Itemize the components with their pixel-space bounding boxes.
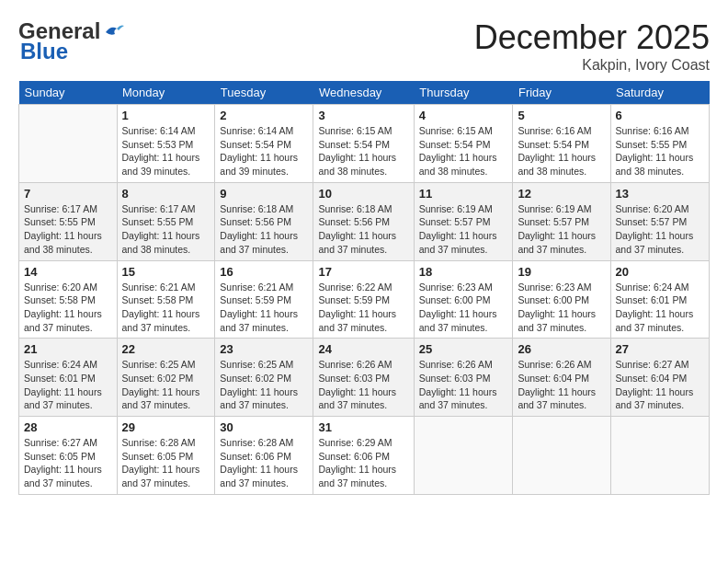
day-number: 19 (518, 265, 605, 279)
logo: General Blue (18, 18, 124, 64)
cell-info: Sunrise: 6:15 AMSunset: 5:54 PMDaylight:… (419, 124, 508, 178)
calendar-cell: 21Sunrise: 6:24 AMSunset: 6:01 PMDayligh… (19, 339, 118, 417)
cell-info: Sunrise: 6:21 AMSunset: 5:59 PMDaylight:… (220, 281, 308, 335)
day-number: 31 (318, 420, 408, 434)
cell-info: Sunrise: 6:17 AMSunset: 5:55 PMDaylight:… (122, 202, 210, 257)
calendar-cell: 10Sunrise: 6:18 AMSunset: 5:56 PMDayligh… (313, 182, 414, 260)
day-number: 23 (220, 342, 308, 356)
calendar-week-row: 1Sunrise: 6:14 AMSunset: 5:53 PMDaylight… (19, 105, 710, 183)
calendar-cell: 14Sunrise: 6:20 AMSunset: 5:58 PMDayligh… (19, 260, 118, 339)
day-number: 27 (616, 342, 705, 356)
day-number: 5 (518, 109, 605, 122)
logo-bird-icon (104, 23, 124, 40)
day-number: 24 (318, 342, 408, 356)
calendar-cell: 2Sunrise: 6:14 AMSunset: 5:54 PMDaylight… (215, 105, 313, 183)
calendar-cell: 27Sunrise: 6:27 AMSunset: 6:04 PMDayligh… (610, 339, 710, 417)
calendar-cell (414, 417, 513, 495)
cell-info: Sunrise: 6:27 AMSunset: 6:04 PMDaylight:… (616, 358, 705, 412)
cell-info: Sunrise: 6:24 AMSunset: 6:01 PMDaylight:… (24, 358, 112, 412)
cell-info: Sunrise: 6:24 AMSunset: 6:01 PMDaylight:… (616, 281, 705, 335)
calendar-header-sunday: Sunday (19, 81, 118, 105)
cell-info: Sunrise: 6:28 AMSunset: 6:05 PMDaylight:… (122, 436, 210, 490)
calendar-cell: 26Sunrise: 6:26 AMSunset: 6:04 PMDayligh… (513, 339, 610, 417)
day-number: 6 (616, 109, 705, 122)
calendar-cell: 17Sunrise: 6:22 AMSunset: 5:59 PMDayligh… (313, 260, 414, 339)
day-number: 10 (318, 187, 408, 201)
day-number: 7 (24, 187, 112, 201)
day-number: 12 (518, 187, 605, 201)
day-number: 18 (419, 265, 508, 279)
calendar-cell: 29Sunrise: 6:28 AMSunset: 6:05 PMDayligh… (117, 417, 215, 495)
cell-info: Sunrise: 6:26 AMSunset: 6:03 PMDaylight:… (318, 358, 408, 412)
cell-info: Sunrise: 6:23 AMSunset: 6:00 PMDaylight:… (419, 281, 508, 335)
cell-info: Sunrise: 6:18 AMSunset: 5:56 PMDaylight:… (220, 202, 308, 257)
calendar-cell: 22Sunrise: 6:25 AMSunset: 6:02 PMDayligh… (117, 339, 215, 417)
calendar-header-monday: Monday (117, 81, 215, 105)
calendar-week-row: 14Sunrise: 6:20 AMSunset: 5:58 PMDayligh… (19, 260, 710, 339)
calendar-cell: 19Sunrise: 6:23 AMSunset: 6:00 PMDayligh… (513, 260, 610, 339)
cell-info: Sunrise: 6:18 AMSunset: 5:56 PMDaylight:… (318, 202, 408, 257)
cell-info: Sunrise: 6:25 AMSunset: 6:02 PMDaylight:… (122, 358, 210, 412)
calendar-cell: 28Sunrise: 6:27 AMSunset: 6:05 PMDayligh… (19, 417, 118, 495)
cell-info: Sunrise: 6:25 AMSunset: 6:02 PMDaylight:… (220, 358, 308, 412)
calendar-cell: 5Sunrise: 6:16 AMSunset: 5:54 PMDaylight… (513, 105, 610, 183)
calendar-cell: 3Sunrise: 6:15 AMSunset: 5:54 PMDaylight… (313, 105, 414, 183)
cell-info: Sunrise: 6:16 AMSunset: 5:54 PMDaylight:… (518, 124, 605, 178)
day-number: 16 (220, 265, 308, 279)
day-number: 11 (419, 187, 508, 201)
day-number: 29 (122, 420, 210, 434)
cell-info: Sunrise: 6:23 AMSunset: 6:00 PMDaylight:… (518, 281, 605, 335)
calendar-cell: 1Sunrise: 6:14 AMSunset: 5:53 PMDaylight… (117, 105, 215, 183)
calendar-cell: 30Sunrise: 6:28 AMSunset: 6:06 PMDayligh… (215, 417, 313, 495)
calendar-cell (610, 417, 710, 495)
cell-info: Sunrise: 6:21 AMSunset: 5:58 PMDaylight:… (122, 281, 210, 335)
calendar-week-row: 7Sunrise: 6:17 AMSunset: 5:55 PMDaylight… (19, 182, 710, 260)
day-number: 1 (122, 109, 210, 122)
calendar-week-row: 21Sunrise: 6:24 AMSunset: 6:01 PMDayligh… (19, 339, 710, 417)
cell-info: Sunrise: 6:26 AMSunset: 6:04 PMDaylight:… (518, 358, 605, 412)
cell-info: Sunrise: 6:22 AMSunset: 5:59 PMDaylight:… (318, 281, 408, 335)
calendar-cell: 18Sunrise: 6:23 AMSunset: 6:00 PMDayligh… (414, 260, 513, 339)
day-number: 3 (318, 109, 408, 122)
calendar-cell (19, 105, 118, 183)
day-number: 2 (220, 109, 308, 122)
calendar-cell: 16Sunrise: 6:21 AMSunset: 5:59 PMDayligh… (215, 260, 313, 339)
location-subtitle: Kakpin, Ivory Coast (474, 57, 710, 74)
calendar-cell: 8Sunrise: 6:17 AMSunset: 5:55 PMDaylight… (117, 182, 215, 260)
cell-info: Sunrise: 6:17 AMSunset: 5:55 PMDaylight:… (24, 202, 112, 257)
calendar-cell: 11Sunrise: 6:19 AMSunset: 5:57 PMDayligh… (414, 182, 513, 260)
calendar-cell: 31Sunrise: 6:29 AMSunset: 6:06 PMDayligh… (313, 417, 414, 495)
day-number: 13 (616, 187, 705, 201)
logo-blue: Blue (20, 39, 68, 64)
calendar-header-thursday: Thursday (414, 81, 513, 105)
cell-info: Sunrise: 6:29 AMSunset: 6:06 PMDaylight:… (318, 436, 408, 490)
calendar-cell: 23Sunrise: 6:25 AMSunset: 6:02 PMDayligh… (215, 339, 313, 417)
page-header: General Blue December 2025 Kakpin, Ivory… (18, 18, 710, 74)
cell-info: Sunrise: 6:14 AMSunset: 5:54 PMDaylight:… (220, 124, 308, 178)
calendar-header-saturday: Saturday (610, 81, 710, 105)
day-number: 30 (220, 420, 308, 434)
cell-info: Sunrise: 6:14 AMSunset: 5:53 PMDaylight:… (122, 124, 210, 178)
day-number: 22 (122, 342, 210, 356)
day-number: 15 (122, 265, 210, 279)
calendar-table: SundayMondayTuesdayWednesdayThursdayFrid… (18, 81, 710, 495)
month-title: December 2025 (474, 18, 710, 57)
calendar-week-row: 28Sunrise: 6:27 AMSunset: 6:05 PMDayligh… (19, 417, 710, 495)
day-number: 8 (122, 187, 210, 201)
calendar-header-friday: Friday (513, 81, 610, 105)
calendar-cell: 4Sunrise: 6:15 AMSunset: 5:54 PMDaylight… (414, 105, 513, 183)
cell-info: Sunrise: 6:20 AMSunset: 5:57 PMDaylight:… (616, 202, 705, 257)
calendar-cell: 12Sunrise: 6:19 AMSunset: 5:57 PMDayligh… (513, 182, 610, 260)
cell-info: Sunrise: 6:19 AMSunset: 5:57 PMDaylight:… (518, 202, 605, 257)
day-number: 9 (220, 187, 308, 201)
title-block: December 2025 Kakpin, Ivory Coast (474, 18, 710, 74)
cell-info: Sunrise: 6:19 AMSunset: 5:57 PMDaylight:… (419, 202, 508, 257)
calendar-header-row: SundayMondayTuesdayWednesdayThursdayFrid… (19, 81, 710, 105)
calendar-cell: 7Sunrise: 6:17 AMSunset: 5:55 PMDaylight… (19, 182, 118, 260)
day-number: 4 (419, 109, 508, 122)
calendar-cell (513, 417, 610, 495)
calendar-cell: 15Sunrise: 6:21 AMSunset: 5:58 PMDayligh… (117, 260, 215, 339)
cell-info: Sunrise: 6:28 AMSunset: 6:06 PMDaylight:… (220, 436, 308, 490)
day-number: 21 (24, 342, 112, 356)
calendar-cell: 20Sunrise: 6:24 AMSunset: 6:01 PMDayligh… (610, 260, 710, 339)
